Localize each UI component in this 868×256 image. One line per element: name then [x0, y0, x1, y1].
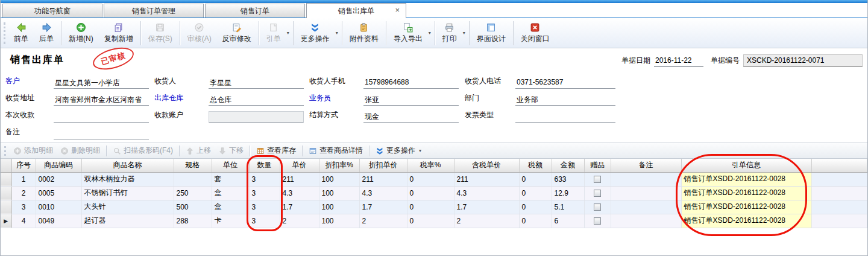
form-field-label[interactable]: 出库仓库 [154, 93, 209, 106]
detail-button-view-stock[interactable]: 查看库存 [253, 144, 300, 158]
grid-cell[interactable]: 0 [519, 200, 552, 214]
tab-nav-window[interactable]: 功能导航窗 [2, 4, 102, 18]
grid-cell[interactable]: 2 [359, 214, 407, 228]
toolbar-button-more-actions[interactable]: 更多操作 ▾ [295, 20, 340, 46]
form-field-value[interactable]: 15798964688 [363, 77, 459, 89]
doc-number-field[interactable]: XSCKD-20161122-0071 [743, 54, 863, 67]
grid-cell[interactable]: 销售订单XSDD-20161122-0028 [681, 214, 811, 228]
grid-cell[interactable]: 3 [249, 186, 280, 200]
grid-column-header[interactable]: 序号 [11, 159, 36, 172]
grid-cell[interactable]: 211 [454, 172, 519, 186]
grid-cell[interactable]: 2 [280, 214, 319, 228]
form-field-value[interactable]: 李星星 [209, 77, 304, 89]
grid-cell[interactable]: 100 [319, 172, 359, 186]
gift-checkbox-cell[interactable] [584, 172, 611, 186]
form-field-label[interactable]: 客户 [5, 76, 54, 89]
tab-sales-outbound[interactable]: 销售出库单 × [306, 3, 406, 18]
detail-button-more-detail-actions[interactable]: 更多操作 ▾ [372, 144, 425, 158]
grid-cell[interactable]: 销售订单XSDD-20161122-0028 [681, 172, 811, 186]
grid-column-header[interactable]: 单价 [280, 159, 319, 172]
dropdown-arrow-icon[interactable]: ▾ [429, 30, 431, 36]
grid-cell[interactable]: 1.7 [280, 200, 319, 214]
toolbar-button-import-export[interactable]: 导入导出 ▾ [388, 20, 433, 46]
grid-cell[interactable] [611, 186, 681, 200]
detail-button-delete-detail[interactable]: 删除明细 [57, 144, 104, 158]
grid-column-header[interactable]: 赠品 [584, 159, 611, 172]
toolbar-button-audit[interactable]: 审核(A) [182, 20, 217, 46]
grid-cell[interactable] [611, 200, 681, 214]
form-field-value[interactable] [515, 111, 615, 123]
gift-checkbox-cell[interactable] [584, 186, 611, 200]
form-field-value[interactable]: 0371-5623587 [515, 77, 615, 89]
doc-date-field[interactable]: 2016-11-22 [654, 55, 703, 67]
grid-cell[interactable]: 0 [519, 186, 552, 200]
form-field-value[interactable]: 总仓库 [209, 94, 304, 106]
grid-cell[interactable]: 不锈钢订书钉 [81, 186, 174, 200]
grid-column-header[interactable]: 商品编码 [36, 159, 81, 172]
grid-column-header[interactable]: 折扣率% [319, 159, 359, 172]
grid-cell[interactable]: 12.9 [552, 186, 584, 200]
grid-cell[interactable]: 2 [11, 186, 36, 200]
grid-cell[interactable]: 4.3 [359, 186, 407, 200]
grid-column-header[interactable]: 引单信息 [681, 159, 811, 172]
grid-column-header[interactable]: 数量 [249, 159, 280, 172]
checkbox-icon[interactable] [594, 176, 601, 183]
grid-cell[interactable]: 2 [454, 214, 519, 228]
grid-cell[interactable]: 0010 [36, 200, 81, 214]
form-field-value[interactable]: 现金 [363, 111, 459, 123]
toolbar-button-attachments[interactable]: 附件资料 [344, 20, 384, 46]
dropdown-arrow-icon[interactable]: ▾ [463, 30, 465, 36]
detail-button-view-product-details[interactable]: 查看商品详情 [305, 144, 366, 158]
grid-cell[interactable]: 0 [407, 186, 454, 200]
grid-cell[interactable]: 0049 [36, 214, 81, 228]
grid-cell[interactable]: 100 [319, 186, 359, 200]
grid-cell[interactable]: 1.7 [359, 200, 407, 214]
toolbar-button-prev-doc[interactable]: 前单 [8, 20, 34, 46]
checkbox-icon[interactable] [594, 190, 601, 197]
form-field-value[interactable]: 星星文具第一小学店 [54, 77, 149, 89]
grid-cell[interactable]: 盒 [212, 200, 249, 214]
toolbar-grip[interactable] [4, 22, 5, 44]
grid-column-header[interactable]: 商品名称 [81, 159, 174, 172]
grid-cell[interactable] [174, 172, 212, 186]
tab-sales-order[interactable]: 销售订单 [205, 4, 305, 18]
grid-cell[interactable]: 3 [11, 200, 36, 214]
grid-column-header[interactable]: 备注 [611, 159, 681, 172]
toolbar-button-next-doc[interactable]: 后单 [34, 20, 59, 46]
grid-cell[interactable]: 4.3 [280, 186, 319, 200]
grid-column-header[interactable]: 税率% [407, 159, 454, 172]
detail-button-scan-barcode[interactable]: 扫描条形码(F4) [109, 144, 177, 158]
gift-checkbox-cell[interactable] [584, 200, 611, 214]
toolbar-button-save[interactable]: 保存(S) [143, 20, 178, 46]
tab-sales-order-mgmt[interactable]: 销售订单管理 [104, 4, 204, 18]
grid-cell[interactable]: 5.1 [552, 200, 584, 214]
grid-cell[interactable]: 0 [407, 214, 454, 228]
grid-cell[interactable]: 1.7 [454, 200, 519, 214]
toolbar-button-ui-design[interactable]: 界面设计 [471, 20, 511, 46]
grid-cell[interactable]: 起订器 [81, 214, 174, 228]
grid-cell[interactable]: 211 [359, 172, 407, 186]
grid-cell[interactable]: 双林木柄拉力器 [81, 172, 174, 186]
grid-cell[interactable]: 100 [319, 214, 359, 228]
grid-cell[interactable]: 套 [212, 172, 249, 186]
form-field-label[interactable]: 业务员 [309, 93, 363, 106]
grid-cell[interactable]: 0002 [36, 172, 81, 186]
grid-cell[interactable]: 大头针 [81, 200, 174, 214]
toolbar-button-close-window[interactable]: 关闭窗口 [515, 20, 555, 46]
grid-cell[interactable]: 100 [319, 200, 359, 214]
checkbox-icon[interactable] [594, 217, 601, 225]
detail-button-add-detail[interactable]: 添加明细 [10, 144, 57, 158]
form-field-value[interactable] [209, 111, 304, 123]
toolbar-button-unaudit-edit[interactable]: 反审修改 [217, 20, 257, 46]
detail-button-move-up[interactable]: 上移 [182, 144, 215, 158]
dropdown-arrow-icon[interactable]: ▾ [287, 30, 289, 36]
grid-cell[interactable]: 500 [174, 200, 212, 214]
form-field-value[interactable] [54, 128, 149, 139]
grid-column-header[interactable]: 折扣单价 [359, 159, 407, 172]
toolbar-button-add-new[interactable]: 新增(N) [63, 20, 99, 46]
form-field-value[interactable]: 张亚 [363, 94, 459, 106]
form-field-value[interactable] [54, 111, 149, 123]
toolbar-button-pull-doc[interactable]: 引单 ▾ [261, 20, 291, 46]
grid-column-header[interactable]: 含税单价 [454, 159, 519, 172]
grid-cell[interactable]: 3 [249, 214, 280, 228]
